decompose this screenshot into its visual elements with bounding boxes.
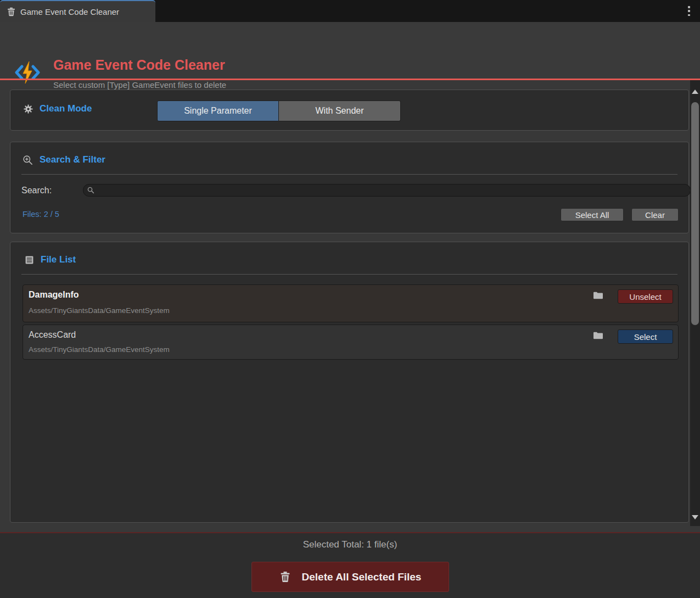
tab-game-event-code-cleaner[interactable]: Game Event Code Cleaner bbox=[0, 0, 155, 22]
file-row-damageinfo[interactable]: DamageInfo Assets/TinyGiantsData/GameEve… bbox=[23, 284, 679, 322]
page-subtitle: Select custom [Type] GameEvent files to … bbox=[53, 80, 226, 90]
select-button[interactable]: Select bbox=[618, 329, 673, 344]
tab-title: Game Event Code Cleaner bbox=[20, 7, 119, 16]
list-icon bbox=[25, 255, 34, 265]
trash-icon bbox=[7, 7, 16, 16]
code-lightning-icon bbox=[15, 60, 40, 85]
file-path: Assets/TinyGiantsData/GameEventSystem bbox=[29, 345, 170, 354]
clean-mode-header: Clean Mode bbox=[24, 103, 92, 114]
clean-mode-panel: Clean Mode Single Parameter With Sender bbox=[10, 90, 689, 131]
scrollbar-thumb[interactable] bbox=[691, 102, 699, 325]
kebab-icon[interactable] bbox=[686, 6, 692, 16]
file-path: Assets/TinyGiantsData/GameEventSystem bbox=[29, 306, 170, 315]
unselect-button[interactable]: Unselect bbox=[618, 289, 673, 304]
arrow-up-icon[interactable] bbox=[692, 90, 698, 94]
files-count: Files: 2 / 5 bbox=[23, 210, 59, 219]
zoom-in-icon bbox=[23, 155, 33, 165]
toggle-single-parameter[interactable]: Single Parameter bbox=[157, 100, 279, 121]
section-divider bbox=[21, 174, 677, 175]
tab-bar: Game Event Code Cleaner bbox=[0, 0, 700, 22]
file-name: AccessCard bbox=[29, 330, 76, 340]
arrow-down-icon[interactable] bbox=[692, 515, 698, 519]
header-accent-divider bbox=[0, 79, 700, 80]
toggle-with-sender[interactable]: With Sender bbox=[279, 100, 401, 121]
gear-icon bbox=[24, 104, 33, 114]
selected-total: Selected Total: 1 file(s) bbox=[0, 539, 700, 550]
folder-icon[interactable] bbox=[593, 331, 603, 340]
search-filter-title: Search & Filter bbox=[40, 154, 105, 165]
search-label: Search: bbox=[21, 186, 52, 195]
section-divider bbox=[21, 274, 677, 275]
search-filter-header: Search & Filter bbox=[23, 154, 105, 165]
file-list-panel: File List DamageInfo Assets/TinyGiantsDa… bbox=[10, 242, 689, 523]
file-list-title: File List bbox=[41, 254, 76, 265]
trash-icon bbox=[279, 571, 291, 583]
file-list-header: File List bbox=[25, 254, 76, 265]
search-input[interactable] bbox=[83, 184, 691, 197]
search-filter-panel: Search & Filter Search: Files: 2 / 5 Sel… bbox=[10, 142, 689, 233]
window-header: Game Event Code Cleaner Select custom [T… bbox=[0, 22, 700, 79]
clear-button[interactable]: Clear bbox=[631, 208, 679, 221]
file-row-accesscard[interactable]: AccessCard Assets/TinyGiantsData/GameEve… bbox=[23, 325, 679, 360]
clean-mode-title: Clean Mode bbox=[40, 103, 92, 114]
file-name: DamageInfo bbox=[29, 290, 79, 300]
folder-icon[interactable] bbox=[593, 291, 603, 300]
search-row: Search: bbox=[21, 184, 679, 197]
select-all-button[interactable]: Select All bbox=[561, 208, 624, 221]
clean-mode-toggle-group: Single Parameter With Sender bbox=[157, 100, 401, 121]
page-title: Game Event Code Cleaner bbox=[53, 57, 225, 73]
delete-all-selected-button[interactable]: Delete All Selected Files bbox=[251, 562, 449, 592]
footer: Selected Total: 1 file(s) Delete All Sel… bbox=[0, 533, 700, 598]
delete-button-label: Delete All Selected Files bbox=[302, 571, 422, 583]
vertical-scrollbar[interactable] bbox=[690, 80, 700, 526]
